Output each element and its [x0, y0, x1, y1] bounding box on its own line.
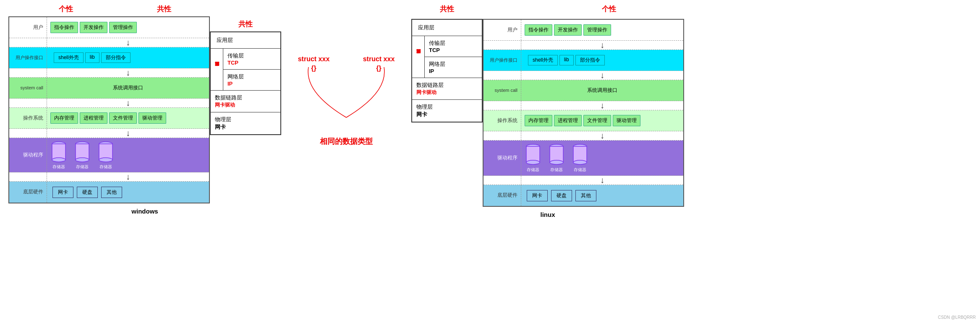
syscall-content: 系统调用接口	[47, 78, 209, 98]
rnet-tcp: TCP	[429, 47, 478, 53]
os-boxes: 内存管理 进程管理 文件管理 驱动管理	[50, 112, 166, 124]
arrow-row-5: ↓	[9, 172, 209, 182]
linux-os-row: 操作系统 内存管理 进程管理 文件管理 驱动管理	[483, 110, 683, 131]
linux-hw-content: 网卡 硬盘 其他	[521, 185, 683, 206]
windows-common-title: 共性	[157, 4, 171, 14]
linux-arch-box: 用户 指令操作 开发操作 管理操作 ↓ 用户操	[483, 19, 684, 207]
user-row: 用户 指令操作 开发操作 管理操作	[9, 17, 209, 38]
linux-user-iface-row: 用户操作接口 shell外壳 lib 部分指令	[483, 50, 683, 71]
driver-content: 存储器 存储器	[47, 138, 209, 172]
user-iface-label: 用户操作接口	[9, 47, 47, 68]
net-layer-app: 应用层	[211, 32, 280, 49]
rnet-syscall-label: 网络方面的系统调用	[412, 36, 425, 78]
hardware-label: 底层硬件	[9, 182, 47, 203]
linux-arrow-4: ↓	[483, 131, 683, 141]
linux-arrow-down-2: ↓	[521, 71, 683, 79]
linux-hw-0: 网卡	[527, 190, 548, 201]
linux-driver-row: 驱动程序 存储器	[483, 141, 683, 176]
arrow-down-5: ↓	[47, 172, 209, 181]
linux-arrow-5: ↓	[483, 176, 683, 185]
same-type-label: 相同的数据类型	[320, 136, 373, 146]
user-content: 指令操作 开发操作 管理操作	[47, 17, 209, 38]
linux-label: linux	[411, 211, 684, 218]
linux-arrow-down-3: ↓	[521, 101, 683, 109]
center-area: struct xxx {} struct xxx {} 相同的数据类型	[281, 4, 411, 256]
net-layer-transport: 传输层 TCP	[223, 49, 280, 70]
linux-cyl-label-2: 存储器	[574, 167, 586, 173]
linux-cyl-2: 存储器	[572, 143, 588, 173]
rnet-layer-transport: 传输层 TCP	[425, 36, 482, 57]
driver-row: 驱动程序 存储器	[9, 138, 209, 172]
os-box-0: 内存管理	[50, 112, 78, 124]
linux-user-content: 指令操作 开发操作 管理操作	[521, 20, 683, 40]
linux-personal-title: 个性	[602, 4, 616, 16]
hw-item-2: 其他	[101, 187, 122, 198]
cylinder-2: 存储器	[97, 141, 114, 169]
iface-item-2: 部分指令	[101, 52, 131, 63]
linux-iface-1: lib	[559, 55, 574, 65]
linux-user-row: 用户 指令操作 开发操作 管理操作	[483, 20, 683, 41]
net-layer-network: 网络层 IP	[223, 70, 280, 91]
net-syscall-label: 网络方面的系统调用	[211, 49, 223, 91]
cylinder-label-1: 存储器	[76, 164, 89, 169]
rnet-transport-block: 传输层 TCP 网络层 IP	[425, 36, 482, 78]
arrow-row-1: ↓	[9, 38, 209, 47]
arrow-row-2: ↓	[9, 68, 209, 78]
arrow-down-4: ↓	[47, 129, 209, 137]
linux-iface-0: shell外壳	[528, 55, 558, 65]
iface-item-1: lib	[85, 52, 99, 63]
linux-cyl-0: 存储器	[525, 143, 541, 173]
hw-items: 网卡 硬盘 其他	[50, 185, 206, 200]
net-syscall-label-row: 网络方面的系统调用 传输层 TCP 网络层 IP	[211, 49, 280, 91]
linux-os-box-0: 内存管理	[525, 115, 552, 126]
user-boxes: 指令操作 开发操作 管理操作	[50, 22, 137, 33]
rnet-layer-physical: 物理层 网卡	[412, 100, 482, 122]
user-iface-row: 用户操作接口 shell外壳 lib 部分指令	[9, 47, 209, 68]
struct-left: struct xxx {}	[298, 55, 330, 73]
syscall-row: system call 系统调用接口	[9, 78, 209, 99]
svg-point-5	[76, 158, 89, 162]
linux-user-box-1: 开发操作	[554, 24, 582, 36]
linux-syscall-row: system call 系统调用接口	[483, 80, 683, 101]
rnet-syscall-label-row: 网络方面的系统调用 传输层 TCP 网络层 IP	[412, 36, 482, 78]
linux-os-label: 操作系统	[483, 110, 521, 131]
arrow-down-3: ↓	[47, 99, 209, 107]
linux-hw-row: 底层硬件 网卡 硬盘 其他	[483, 185, 683, 206]
linux-os-box-3: 驱动管理	[613, 115, 640, 126]
user-box-0: 指令操作	[50, 22, 78, 33]
net-layer-physical: 物理层 网卡	[211, 112, 280, 134]
svg-point-8	[99, 158, 112, 162]
syscall-label: system call	[9, 78, 47, 98]
hardware-content: 网卡 硬盘 其他	[47, 182, 209, 203]
net-layer-datalink: 数据链路层 网卡驱动	[211, 91, 280, 112]
linux-driver-content: 存储器 存储器	[521, 141, 683, 175]
svg-point-2	[52, 158, 65, 162]
user-label: 用户	[9, 17, 47, 38]
rnet-layer-app: 应用层	[412, 20, 482, 36]
svg-point-14	[550, 160, 563, 164]
hw-item-0: 网卡	[52, 187, 73, 198]
linux-diagram: 共性 共性 个性 应用层 网络方面的系统调用	[411, 4, 684, 218]
right-net-common-title: 共性	[440, 4, 454, 14]
linux-user-iface-content: shell外壳 lib 部分指令	[521, 50, 683, 70]
linux-driver-label: 驱动程序	[483, 141, 521, 175]
cylinder-1: 存储器	[74, 141, 91, 169]
user-iface-items: shell外壳 lib 部分指令	[50, 51, 206, 65]
arrow-down-2: ↓	[47, 68, 209, 77]
windows-personal-title: 个性	[59, 4, 73, 14]
linux-os-box-2: 文件管理	[583, 115, 611, 126]
struct-right: struct xxx {}	[363, 55, 395, 73]
iface-item-0: shell外壳	[54, 52, 84, 63]
linux-arrow-1: ↓	[483, 41, 683, 50]
linux-hw-2: 其他	[575, 190, 596, 201]
linux-os-content: 内存管理 进程管理 文件管理 驱动管理	[521, 110, 683, 131]
linux-syscall-content: 系统调用接口	[521, 80, 683, 101]
svg-point-17	[573, 160, 587, 164]
cylinder-label-2: 存储器	[99, 164, 112, 169]
os-content: 内存管理 进程管理 文件管理 驱动管理	[47, 108, 209, 128]
linux-iface-2: 部分指令	[575, 55, 605, 65]
windows-diagram: 个性 共性 用户 指令操作 开发操作 管理操作	[8, 4, 281, 215]
os-label: 操作系统	[9, 108, 47, 128]
linux-arrow-down-1: ↓	[521, 41, 683, 49]
linux-arrow-down-4: ↓	[521, 131, 683, 140]
